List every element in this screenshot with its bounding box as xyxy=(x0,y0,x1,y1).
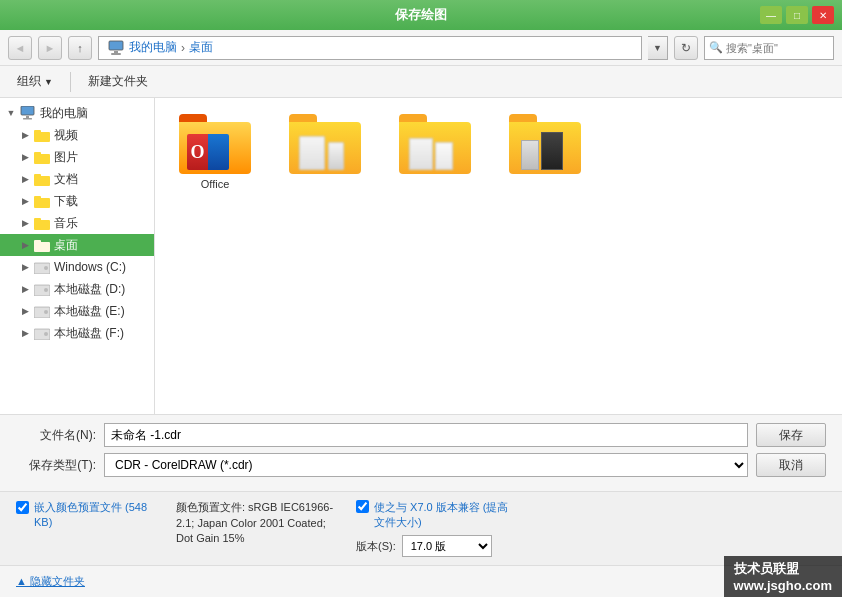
dialog-title: 保存绘图 xyxy=(395,6,447,24)
sidebar-item-videos[interactable]: ▶ 视频 xyxy=(0,124,154,146)
drive-icon xyxy=(33,281,51,297)
path-dropdown[interactable]: ▼ xyxy=(648,36,668,60)
sidebar-item-drive-d[interactable]: ▶ 本地磁盘 (D:) xyxy=(0,278,154,300)
search-box: 🔍 xyxy=(704,36,834,60)
filetype-select[interactable]: CDR - CorelDRAW (*.cdr) xyxy=(104,453,748,477)
svg-rect-15 xyxy=(34,218,41,222)
version-row: 版本(S): 17.0 版 xyxy=(356,535,516,557)
hide-folders-link[interactable]: ▲ 隐藏文件夹 xyxy=(16,574,85,589)
tree-toggle: ▶ xyxy=(18,150,32,164)
svg-point-25 xyxy=(44,332,48,336)
svg-rect-3 xyxy=(21,106,34,115)
file-label: Office xyxy=(201,178,230,190)
sidebar-label: 图片 xyxy=(54,149,78,166)
file-item-4[interactable] xyxy=(495,108,595,196)
new-folder-button[interactable]: 新建文件夹 xyxy=(79,70,157,94)
watermark: 技术员联盟 www.jsgho.com xyxy=(724,556,842,597)
search-icon: 🔍 xyxy=(709,41,723,54)
sidebar-label: 本地磁盘 (D:) xyxy=(54,281,125,298)
embed-color-checkbox[interactable] xyxy=(16,501,29,514)
computer-icon xyxy=(107,40,125,56)
svg-point-19 xyxy=(44,266,48,270)
sidebar-label: 桌面 xyxy=(54,237,78,254)
path-desktop[interactable]: 桌面 xyxy=(189,39,213,56)
up-button[interactable]: ↑ xyxy=(68,36,92,60)
tree-toggle: ▶ xyxy=(18,128,32,142)
breadcrumb: 我的电脑 › 桌面 xyxy=(107,39,213,56)
search-input[interactable] xyxy=(726,42,829,54)
content-area: ▼ 我的电脑 ▶ 视频 ▶ xyxy=(0,98,842,414)
toolbar: 组织 ▼ 新建文件夹 xyxy=(0,66,842,98)
sidebar-item-drive-f[interactable]: ▶ 本地磁盘 (F:) xyxy=(0,322,154,344)
sidebar: ▼ 我的电脑 ▶ 视频 ▶ xyxy=(0,98,155,414)
tree-toggle: ▶ xyxy=(18,238,32,252)
sidebar-label: 文档 xyxy=(54,171,78,188)
compat-label[interactable]: 使之与 X7.0 版本兼容 (提高文件大小) xyxy=(356,500,516,529)
back-button[interactable]: ◄ xyxy=(8,36,32,60)
tree-toggle: ▶ xyxy=(18,172,32,186)
sidebar-item-drive-e[interactable]: ▶ 本地磁盘 (E:) xyxy=(0,300,154,322)
svg-rect-11 xyxy=(34,174,41,178)
sidebar-label: 本地磁盘 (E:) xyxy=(54,303,125,320)
minimize-button[interactable]: — xyxy=(760,6,782,24)
embed-color-label[interactable]: 嵌入颜色预置文件 (548 KB) xyxy=(16,500,156,529)
svg-rect-7 xyxy=(34,130,41,134)
sidebar-item-downloads[interactable]: ▶ 下载 xyxy=(0,190,154,212)
file-item-office[interactable]: O Office xyxy=(165,108,265,196)
cancel-button[interactable]: 取消 xyxy=(756,453,826,477)
footer: ▲ 隐藏文件夹 xyxy=(0,565,842,597)
tree-toggle: ▶ xyxy=(18,194,32,208)
file-item-3[interactable] xyxy=(385,108,485,196)
tree-toggle: ▶ xyxy=(18,216,32,230)
sidebar-item-music[interactable]: ▶ 音乐 xyxy=(0,212,154,234)
folder-icon xyxy=(33,193,51,209)
sidebar-label: 视频 xyxy=(54,127,78,144)
sidebar-item-computer[interactable]: ▼ 我的电脑 xyxy=(0,102,154,124)
color-preset-group: 颜色预置文件: sRGB IEC61966-2.1; Japan Color 2… xyxy=(176,500,336,546)
toolbar-separator xyxy=(70,72,71,92)
close-button[interactable]: ✕ xyxy=(812,6,834,24)
tree-toggle: ▼ xyxy=(4,106,18,120)
watermark-url: www.jsgho.com xyxy=(734,578,832,593)
file-area: O Office xyxy=(155,98,842,414)
svg-rect-2 xyxy=(111,53,121,55)
chevron-down-icon: ▼ xyxy=(44,77,53,87)
version-area: 使之与 X7.0 版本兼容 (提高文件大小) 版本(S): 17.0 版 xyxy=(356,500,516,557)
file-item-2[interactable] xyxy=(275,108,375,196)
version-select[interactable]: 17.0 版 xyxy=(402,535,492,557)
maximize-button[interactable]: □ xyxy=(786,6,808,24)
save-button[interactable]: 保存 xyxy=(756,423,826,447)
tree-toggle: ▶ xyxy=(18,304,32,318)
sidebar-item-desktop[interactable]: ▶ 桌面 xyxy=(0,234,154,256)
filename-input[interactable] xyxy=(104,423,748,447)
sidebar-item-drive-c[interactable]: ▶ Windows (C:) xyxy=(0,256,154,278)
filetype-row: 保存类型(T): CDR - CorelDRAW (*.cdr) 取消 xyxy=(16,453,826,477)
sidebar-computer-label: 我的电脑 xyxy=(40,105,88,122)
bottom-form: 文件名(N): 保存 保存类型(T): CDR - CorelDRAW (*.c… xyxy=(0,414,842,491)
refresh-button[interactable]: ↻ xyxy=(674,36,698,60)
sidebar-label: Windows (C:) xyxy=(54,260,126,274)
computer-icon xyxy=(19,105,37,121)
folder-icon xyxy=(33,149,51,165)
title-bar: 保存绘图 — □ ✕ xyxy=(0,0,842,30)
sidebar-item-docs[interactable]: ▶ 文档 xyxy=(0,168,154,190)
svg-rect-13 xyxy=(34,196,41,200)
svg-point-21 xyxy=(44,288,48,292)
dialog: ◄ ► ↑ 我的电脑 › 桌面 ▼ ↻ 🔍 xyxy=(0,30,842,597)
svg-rect-5 xyxy=(23,118,32,120)
version-label: 版本(S): xyxy=(356,539,396,554)
address-path: 我的电脑 › 桌面 xyxy=(98,36,642,60)
drive-icon xyxy=(33,259,51,275)
path-computer[interactable]: 我的电脑 xyxy=(129,39,177,56)
folder-icon xyxy=(33,237,51,253)
tree-toggle: ▶ xyxy=(18,326,32,340)
compat-checkbox[interactable] xyxy=(356,500,369,513)
forward-button[interactable]: ► xyxy=(38,36,62,60)
sidebar-item-images[interactable]: ▶ 图片 xyxy=(0,146,154,168)
organize-button[interactable]: 组织 ▼ xyxy=(8,70,62,94)
drive-icon xyxy=(33,325,51,341)
embed-color-option: 嵌入颜色预置文件 (548 KB) xyxy=(16,500,156,529)
filename-label: 文件名(N): xyxy=(16,427,96,444)
drive-icon xyxy=(33,303,51,319)
filename-row: 文件名(N): 保存 xyxy=(16,423,826,447)
